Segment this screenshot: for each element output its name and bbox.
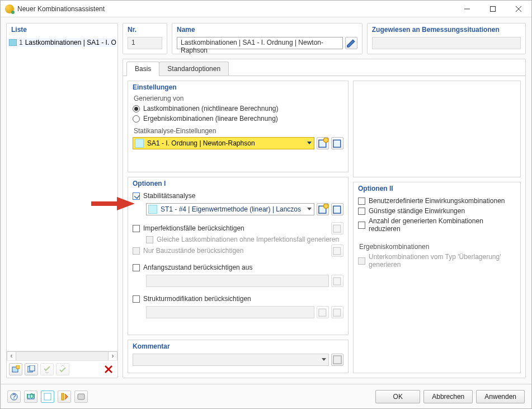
- kommentar-group: Kommentar: [128, 340, 349, 373]
- bauzustaende-edit-button[interactable]: [331, 245, 343, 257]
- view-button[interactable]: [41, 391, 54, 403]
- help-button[interactable]: ?: [7, 391, 21, 403]
- checkbox-icon: [133, 264, 140, 271]
- optionen2-group: Optionen II Benutzerdefinierte Einwirkun…: [353, 182, 521, 373]
- ok-button[interactable]: OK: [375, 390, 420, 403]
- delete-item-button[interactable]: [102, 363, 115, 375]
- apply-button[interactable]: Anwenden: [476, 390, 525, 403]
- imperfektion-edit-button[interactable]: [331, 222, 343, 234]
- radio-lastkombinationen[interactable]: Lastkombinationen (nichtlineare Berechnu…: [133, 104, 343, 114]
- name-edit-button[interactable]: [345, 37, 357, 49]
- svg-rect-15: [333, 206, 341, 213]
- check-stabilitaet[interactable]: Stabilitätsanalyse: [133, 191, 343, 201]
- kommentar-dropdown[interactable]: [133, 354, 329, 366]
- check-down-button[interactable]: [40, 363, 54, 375]
- actions-button[interactable]: [58, 391, 71, 403]
- list-item-number: 1: [19, 39, 23, 46]
- nr-panel: Nr. 1: [123, 23, 167, 54]
- list-horizontal-scrollbar[interactable]: ‹ ›: [7, 351, 117, 360]
- svg-rect-27: [62, 393, 64, 400]
- new-item-button[interactable]: [9, 363, 22, 375]
- stabilitaet-dropdown[interactable]: ST1 - #4 | Eigenwertmethode (linear) | L…: [146, 203, 314, 215]
- check-imperfektion-label: Imperfektionsfälle berücksichtigen: [143, 224, 244, 232]
- units-button[interactable]: 0,00: [24, 391, 37, 403]
- main-row: Liste 1 Lastkombinationen | SA1 - I. Ord…: [6, 23, 526, 378]
- kommentar-button[interactable]: [331, 354, 343, 366]
- check-imperfektion-row: Imperfektionsfälle berücksichtigen: [133, 222, 343, 234]
- scroll-right-arrow-icon[interactable]: ›: [108, 351, 117, 361]
- list-item-color-chip: [9, 39, 17, 46]
- strukturmod-new-button[interactable]: [317, 306, 329, 318]
- minimize-button[interactable]: [454, 1, 480, 17]
- name-label: Name: [172, 23, 362, 37]
- blank-group: [353, 81, 521, 177]
- right-tab-column: Optionen II Benutzerdefinierte Einwirkun…: [353, 81, 521, 373]
- check-gleiche-lastkomb: Gleiche Lastkombinationen ohne Imperfekt…: [133, 234, 343, 245]
- strukturmod-edit-button[interactable]: [331, 306, 343, 318]
- radio-ergebniskombinationen-label: Ergebniskombinationen (lineare Berechnun…: [143, 115, 278, 123]
- stab-new-button[interactable]: [317, 203, 329, 215]
- radio-lastkombinationen-label: Lastkombinationen (nichtlineare Berechnu…: [143, 105, 278, 112]
- check-guenstig-label: Günstige ständige Einwirkungen: [369, 207, 465, 215]
- statik-edit-button[interactable]: [331, 137, 343, 149]
- statik-new-button[interactable]: [317, 137, 329, 149]
- check-benutzerdefiniert-label: Benutzerdefinierte Einwirkungskombinatio…: [369, 197, 505, 205]
- window-controls: [454, 1, 531, 17]
- check-bauzustaende-label: Nur Bauzustände berücksichtigen: [143, 247, 243, 255]
- stab-edit-button[interactable]: [331, 203, 343, 215]
- optionen1-title: Optionen I: [133, 180, 343, 187]
- check-up-button[interactable]: [56, 363, 69, 375]
- anfangszustand-button[interactable]: [331, 275, 343, 287]
- optionen1-group: Optionen I Stabilitätsanalyse ST1 - #4 |…: [128, 177, 349, 335]
- check-anzahl[interactable]: Anzahl der generierten Kombinationen red…: [358, 216, 516, 234]
- check-guenstig[interactable]: Günstige ständige Einwirkungen: [358, 206, 516, 216]
- window-title: Neuer Kombinationsassistent: [17, 5, 454, 13]
- svg-rect-21: [333, 356, 341, 364]
- strukturmod-dropdown-row: [133, 306, 343, 318]
- svg-text:?: ?: [12, 393, 16, 401]
- statik-dropdown[interactable]: SA1 - I. Ordnung | Newton-Raphson: [133, 137, 314, 149]
- anfangszustand-field-disabled: [146, 275, 329, 287]
- svg-rect-19: [319, 309, 326, 316]
- svg-rect-26: [44, 393, 51, 400]
- chevron-down-icon: [307, 208, 312, 210]
- kommentar-title: Kommentar: [133, 342, 343, 350]
- cancel-button[interactable]: Abbrechen: [423, 390, 473, 403]
- list-body: 1 Lastkombinationen | SA1 - I. Ordnung: [7, 37, 117, 351]
- kommentar-row: [133, 354, 343, 366]
- radio-ergebniskombinationen[interactable]: Ergebniskombinationen (lineare Berechnun…: [133, 114, 343, 124]
- scroll-track[interactable]: [16, 351, 108, 361]
- checkbox-icon: [358, 222, 365, 229]
- check-bauzustaende: Nur Bauzustände berücksichtigen: [133, 246, 328, 256]
- strukturmod-field-disabled: [146, 306, 314, 318]
- svg-rect-20: [333, 309, 341, 316]
- tab-body: Einstellungen Generierung von Lastkombin…: [123, 76, 525, 378]
- name-input[interactable]: Lastkombinationen | SA1 - I. Ordnung | N…: [177, 37, 343, 49]
- checkbox-icon: [133, 295, 140, 303]
- svg-point-11: [323, 138, 328, 143]
- check-anzahl-label: Anzahl der generierten Kombinationen red…: [369, 217, 516, 233]
- check-benutzerdefiniert[interactable]: Benutzerdefinierte Einwirkungskombinatio…: [358, 196, 516, 206]
- scroll-left-arrow-icon[interactable]: ‹: [7, 351, 16, 361]
- tab-basis[interactable]: Basis: [126, 62, 159, 76]
- check-strukturmodifikation[interactable]: Strukturmodifikation berücksichtigen: [133, 294, 343, 304]
- nr-label: Nr.: [123, 23, 167, 37]
- statik-color-chip: [135, 139, 144, 148]
- checkbox-icon: [358, 208, 365, 215]
- maximize-button[interactable]: [480, 1, 506, 17]
- list-item[interactable]: 1 Lastkombinationen | SA1 - I. Ordnung: [8, 38, 116, 47]
- check-anfangszustand[interactable]: Anfangszustand berücksichtigen aus: [133, 262, 343, 272]
- check-anfangszustand-label: Anfangszustand berücksichtigen aus: [143, 264, 252, 271]
- copy-item-button[interactable]: [25, 363, 38, 375]
- dialog-body: Liste 1 Lastkombinationen | SA1 - I. Ord…: [1, 17, 531, 384]
- script-button[interactable]: [74, 391, 88, 403]
- check-imperfektion[interactable]: Imperfektionsfälle berücksichtigen: [133, 223, 328, 233]
- tab-standardoptionen[interactable]: Standardoptionen: [159, 62, 229, 76]
- statik-label: Statikanalyse-Einstellungen: [134, 127, 343, 135]
- check-gleiche-lastkomb-label: Gleiche Lastkombinationen ohne Imperfekt…: [157, 236, 339, 243]
- titlebar: Neuer Kombinationsassistent: [1, 1, 531, 17]
- radio-icon: [133, 115, 140, 123]
- close-button[interactable]: [506, 1, 531, 17]
- einstellungen-title: Einstellungen: [133, 83, 343, 91]
- tabs-panel: Basis Standardoptionen Einstellungen Gen…: [123, 59, 526, 378]
